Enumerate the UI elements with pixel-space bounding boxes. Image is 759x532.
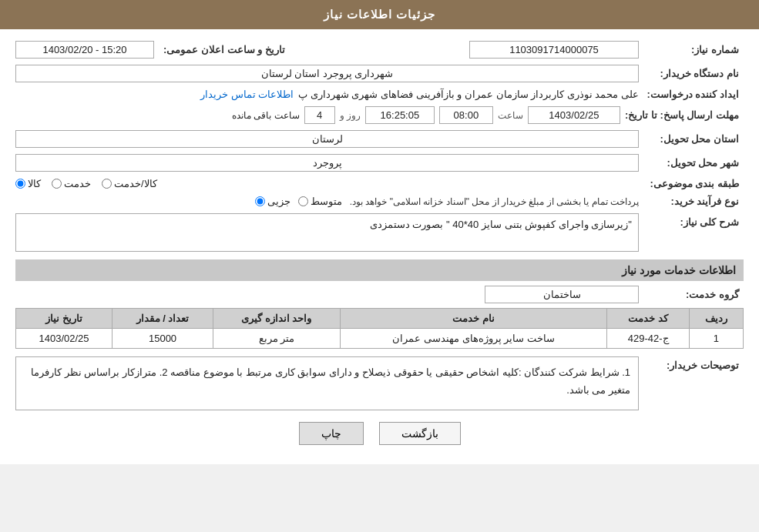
gorooh-value: ساختمان	[485, 286, 639, 303]
tabaqa-label: طبقه بندی موضوعی:	[643, 178, 744, 189]
tarikhe-label: تاریخ و ساعت اعلان عمومی:	[159, 44, 290, 55]
sharh-value: "زیرسازی واجرای کفپوش بتنی سایز 40*40 " …	[15, 213, 639, 252]
process-row: پرداخت تمام یا بخشی از مبلغ خریدار از مح…	[15, 196, 639, 207]
nam-dastgah-row: نام دستگاه خریدار: شهرداری پروجرد استان …	[15, 65, 744, 82]
tabaqa-radio-group: کالا/خدمت خدمت کالا	[15, 178, 639, 189]
nam-dastgah-label: نام دستگاه خریدار:	[643, 68, 744, 79]
radio-kala-item: کالا	[15, 178, 41, 189]
radio-khedmat[interactable]	[52, 179, 62, 189]
content-area: شماره نیاز: 1103091714000075 تاریخ و ساع…	[0, 29, 759, 464]
page-container: جزئیات اطلاعات نیاز شماره نیاز: 11030917…	[0, 0, 759, 464]
sharh-row: شرح کلی نیاز: "زیرسازی واجرای کفپوش بتنی…	[15, 213, 744, 252]
toseeh-value: 1. شرایط شرکت کنندگان :کلیه اشخاص حقیقی …	[15, 356, 639, 410]
table-cell: 1	[689, 329, 743, 349]
nooe-label: نوع فرآیند خرید:	[643, 196, 744, 207]
radio-jozi[interactable]	[255, 196, 265, 206]
idad-link[interactable]: اطلاعات تماس خریدار	[200, 89, 294, 100]
radio-motavasset-label: متوسط	[311, 196, 342, 207]
ostan-value: لرستان	[15, 130, 639, 148]
services-table: ردیف کد خدمت نام خدمت واحد اندازه گیری ت…	[15, 308, 744, 349]
shahr-value: پروجرد	[15, 154, 639, 172]
khadamat-header: اطلاعات خدمات مورد نیاز	[15, 259, 744, 281]
print-button[interactable]: چاپ	[299, 422, 364, 445]
header-bar: جزئیات اطلاعات نیاز	[0, 0, 759, 29]
col-nam: نام خدمت	[340, 309, 607, 329]
toseeh-row: توصیحات خریدار: 1. شرایط شرکت کنندگان :ک…	[15, 356, 744, 410]
remain-label: ساعت باقی مانده	[232, 110, 300, 121]
mohlet-saat: 08:00	[439, 106, 493, 124]
table-cell: متر مربع	[213, 329, 340, 349]
radio-kala-khedmat-item: کالا/خدمت	[102, 178, 157, 189]
mohlet-label: مهلت ارسال پاسخ: تا تاریخ:	[625, 109, 744, 121]
col-tarikh: تاریخ نیاز	[16, 309, 113, 329]
nooe-farayand-row: نوع فرآیند خرید: پرداخت تمام یا بخشی از …	[15, 196, 744, 207]
idad-row: ایداد کننده درخواست: علی محمد نوذری کارب…	[15, 89, 744, 100]
table-row: 1ج-42-429ساخت سایر پروژه‌های مهندسی عمرا…	[16, 329, 744, 349]
process-text: پرداخت تمام یا بخشی از مبلغ خریدار از مح…	[350, 196, 639, 207]
rooz-sep: روز و	[340, 110, 361, 121]
radio-khedmat-label: خدمت	[64, 178, 91, 189]
saat-sep: ساعت	[498, 110, 523, 121]
mohlet-rooz: 4	[304, 106, 335, 124]
radio-jozi-label: جزیی	[267, 196, 291, 207]
nam-dastgah-value: شهرداری پروجرد استان لرستان	[15, 65, 639, 82]
header-title: جزئیات اطلاعات نیاز	[324, 8, 435, 21]
col-tedad: تعداد / مقدار	[113, 309, 213, 329]
table-cell: ج-42-429	[607, 329, 689, 349]
table-cell: ساخت سایر پروژه‌های مهندسی عمران	[340, 329, 607, 349]
radio-kala-label: کالا	[28, 178, 41, 189]
ostan-row: استان محل تحویل: لرستان	[15, 130, 744, 148]
shahr-label: شهر محل تحویل:	[643, 157, 744, 169]
radio-khedmat-item: خدمت	[52, 178, 91, 189]
radio-jozi-item: جزیی	[255, 196, 291, 207]
sharh-label: شرح کلی نیاز:	[643, 216, 744, 228]
back-button[interactable]: بازگشت	[379, 422, 461, 445]
radio-motavasset-item: متوسط	[298, 196, 342, 207]
radio-kala[interactable]	[15, 179, 25, 189]
toseeh-label: توصیحات خریدار:	[643, 360, 744, 371]
idad-value: علی محمد نوذری کاربرداز سازمان عمران و ب…	[298, 89, 639, 100]
tarikhe-value: 1403/02/20 - 15:20	[15, 41, 154, 59]
idad-label: ایداد کننده درخواست:	[643, 89, 744, 100]
shahr-row: شهر محل تحویل: پروجرد	[15, 154, 744, 172]
table-header-row: ردیف کد خدمت نام خدمت واحد اندازه گیری ت…	[16, 309, 744, 329]
table-cell: 15000	[113, 329, 213, 349]
radio-kala-khedmat-label: کالا/خدمت	[114, 178, 157, 189]
mohlet-date: 1403/02/25	[528, 106, 620, 124]
shomara-label: شماره نیاز:	[643, 44, 744, 55]
mohlet-time: 16:25:05	[365, 106, 435, 124]
table-cell: 1403/02/25	[16, 329, 113, 349]
ostan-label: استان محل تحویل:	[643, 133, 744, 145]
radio-kala-khedmat[interactable]	[102, 179, 112, 189]
mohlet-row: مهلت ارسال پاسخ: تا تاریخ: 1403/02/25 سا…	[15, 106, 744, 124]
gorooh-label: گروه خدمت:	[643, 289, 744, 300]
col-kod: کد خدمت	[607, 309, 689, 329]
col-radif: ردیف	[689, 309, 743, 329]
col-vahed: واحد اندازه گیری	[213, 309, 340, 329]
gorooh-row: گروه خدمت: ساختمان	[15, 286, 744, 303]
buttons-row: بازگشت چاپ	[15, 422, 744, 445]
radio-motavasset[interactable]	[298, 196, 308, 206]
shomara-row: شماره نیاز: 1103091714000075 تاریخ و ساع…	[15, 41, 744, 59]
tabaqa-row: طبقه بندی موضوعی: کالا/خدمت خدمت کالا	[15, 178, 744, 189]
shomara-value: 1103091714000075	[469, 41, 639, 59]
